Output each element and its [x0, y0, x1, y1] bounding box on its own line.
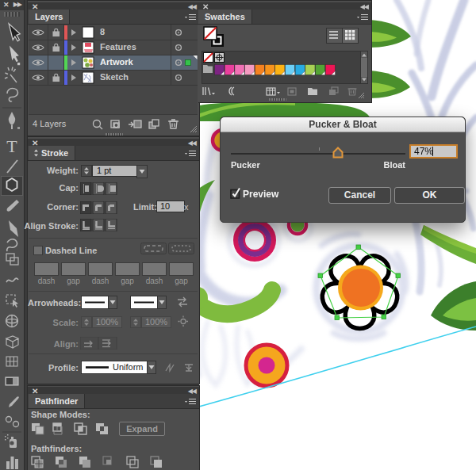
svg-text:T: T — [6, 136, 17, 156]
